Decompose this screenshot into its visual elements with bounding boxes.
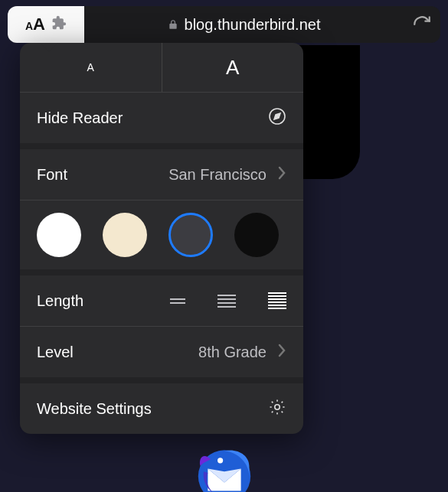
chevron-right-icon [277, 166, 286, 184]
level-value: 8th Grade [74, 344, 277, 361]
url-text: blog.thunderbird.net [185, 16, 321, 34]
font-row[interactable]: Font San Francisco [20, 149, 303, 200]
text-size-row: A A [20, 43, 303, 92]
length-narrow-button[interactable] [170, 298, 185, 304]
section-divider [20, 143, 303, 149]
website-settings-row[interactable]: Website Settings [20, 383, 303, 434]
increase-text-button[interactable]: A [162, 43, 304, 92]
length-medium-button[interactable] [217, 295, 236, 308]
text-size-icon: AA [25, 15, 45, 34]
theme-sepia-swatch[interactable] [103, 213, 147, 257]
reader-mode-button[interactable]: AA [8, 6, 84, 43]
svg-marker-1 [274, 113, 280, 119]
address-bar[interactable]: blog.thunderbird.net [84, 16, 404, 34]
level-label: Level [37, 344, 74, 361]
svg-point-4 [217, 458, 223, 463]
length-row: Length [20, 275, 303, 326]
extensions-icon [51, 15, 67, 34]
refresh-icon [412, 15, 432, 34]
theme-gray-swatch[interactable] [168, 213, 213, 257]
section-divider [20, 377, 303, 383]
website-settings-label: Website Settings [37, 400, 152, 418]
length-label: Length [37, 292, 83, 310]
theme-black-swatch[interactable] [234, 213, 279, 257]
lock-icon [168, 16, 178, 34]
theme-white-swatch[interactable] [37, 213, 81, 257]
reader-settings-popup: A A Hide Reader Font San Francisco Lengt… [20, 43, 303, 434]
browser-toolbar: AA blog.thunderbird.net [8, 6, 440, 43]
font-label: Font [37, 166, 67, 184]
refresh-button[interactable] [404, 15, 440, 34]
large-a-label: A [226, 56, 239, 80]
thunderbird-logo [190, 438, 259, 492]
level-row[interactable]: Level 8th Grade [20, 327, 303, 377]
font-value: San Francisco [67, 166, 277, 184]
length-wide-button[interactable] [268, 292, 286, 309]
gear-icon [268, 398, 286, 420]
svg-point-2 [275, 404, 280, 409]
decrease-text-button[interactable]: A [20, 43, 162, 92]
section-divider [20, 269, 303, 275]
theme-color-row [20, 200, 303, 269]
hide-reader-row[interactable]: Hide Reader [20, 93, 303, 143]
chevron-right-icon [277, 344, 286, 361]
compass-icon [268, 107, 286, 129]
hide-reader-label: Hide Reader [37, 109, 123, 127]
small-a-label: A [87, 61, 94, 73]
